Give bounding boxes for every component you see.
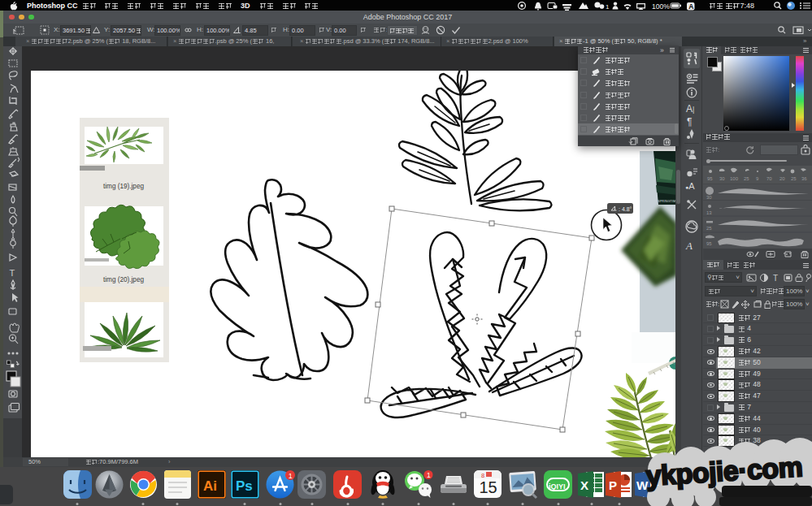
svg-text:13: 13 bbox=[706, 210, 712, 215]
svg-text:70: 70 bbox=[766, 176, 772, 181]
svg-text:100%: 100% bbox=[652, 2, 670, 11]
svg-text:: 4.8°: : 4.8° bbox=[619, 206, 632, 212]
svg-text:9: 9 bbox=[756, 176, 759, 181]
svg-text:95: 95 bbox=[706, 241, 712, 246]
svg-text:iQIYI: iQIYI bbox=[549, 482, 566, 491]
svg-text:1: 1 bbox=[289, 472, 293, 480]
svg-text:95: 95 bbox=[707, 176, 713, 181]
svg-text:30: 30 bbox=[706, 195, 712, 200]
svg-text:100: 100 bbox=[730, 176, 739, 181]
svg-text:1: 1 bbox=[606, 3, 610, 11]
svg-text:P: P bbox=[609, 478, 617, 492]
svg-text:25: 25 bbox=[791, 176, 797, 181]
svg-text:25: 25 bbox=[706, 226, 712, 231]
svg-text:A: A bbox=[688, 2, 693, 11]
svg-text:Ps: Ps bbox=[236, 478, 253, 494]
svg-text:SPRINGTIME: SPRINGTIME bbox=[658, 199, 675, 203]
svg-text:20: 20 bbox=[779, 176, 785, 181]
svg-text:25: 25 bbox=[744, 176, 749, 181]
svg-text:15: 15 bbox=[480, 478, 497, 496]
svg-text:timg (19).jpeg: timg (19).jpeg bbox=[103, 183, 145, 190]
svg-text:T: T bbox=[773, 274, 778, 283]
svg-text:T: T bbox=[10, 268, 15, 278]
svg-text:1: 1 bbox=[427, 471, 431, 479]
svg-text:36: 36 bbox=[801, 176, 807, 181]
svg-text:timg (20).jpeg: timg (20).jpeg bbox=[103, 276, 145, 283]
svg-text:X: X bbox=[580, 478, 588, 492]
svg-text:Ai: Ai bbox=[203, 478, 217, 494]
svg-text:30: 30 bbox=[719, 176, 725, 181]
